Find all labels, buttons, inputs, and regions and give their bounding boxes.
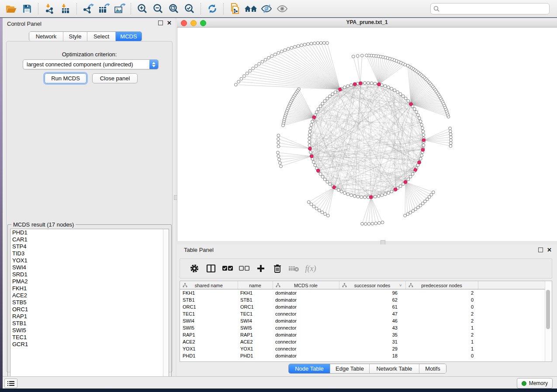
- horizontal-splitter[interactable]: [177, 241, 557, 244]
- zoom-in-button[interactable]: [135, 2, 150, 16]
- table-row[interactable]: ORC1ORC1dominator610: [180, 303, 546, 310]
- export-table-button[interactable]: [96, 2, 112, 16]
- mcds-result-item[interactable]: CAR1: [10, 236, 169, 243]
- table-row[interactable]: SWI4SWI4dominator462: [180, 317, 546, 324]
- mcds-result-item[interactable]: PMA2: [10, 278, 169, 285]
- mcds-result-item[interactable]: STB5: [10, 299, 169, 306]
- table-scrollbar[interactable]: [545, 281, 552, 361]
- table-row[interactable]: TEC1TEC1connector472: [180, 310, 546, 317]
- dominator-node[interactable]: [422, 138, 426, 142]
- dominator-node[interactable]: [312, 116, 316, 119]
- hide-selected-button[interactable]: [259, 2, 274, 16]
- result-scrollbar[interactable]: [163, 229, 169, 385]
- mcds-result-item[interactable]: STB1: [10, 320, 169, 327]
- mcds-result-item[interactable]: SRD1: [10, 271, 169, 278]
- dominator-node[interactable]: [394, 188, 398, 191]
- run-mcds-button[interactable]: Run MCDS: [45, 73, 86, 83]
- show-all-button[interactable]: [274, 2, 290, 16]
- column-header-predecessor-nodes[interactable]: predecessor nodes: [405, 281, 478, 289]
- dominator-node[interactable]: [418, 161, 421, 164]
- table-close-button[interactable]: ✕: [547, 248, 552, 252]
- tab-network-table[interactable]: Network Table: [369, 364, 419, 373]
- mcds-result-item[interactable]: STP4: [10, 243, 169, 250]
- mcds-result-item[interactable]: TID3: [10, 250, 169, 257]
- dominator-node[interactable]: [409, 103, 413, 106]
- dominator-node[interactable]: [308, 147, 312, 151]
- close-panel-button[interactable]: Close panel: [92, 73, 138, 83]
- column-header-shared-name[interactable]: shared name: [180, 281, 238, 289]
- column-header-successor-nodes[interactable]: successor nodes˅: [339, 281, 405, 289]
- close-panel-icon-button[interactable]: ✕: [167, 21, 172, 25]
- mcds-result-item[interactable]: YOX1: [10, 257, 169, 264]
- network-window-titlebar[interactable]: YPA_prune.txt_1: [177, 18, 557, 28]
- float-panel-button[interactable]: [158, 21, 163, 25]
- delete-column-button[interactable]: [269, 261, 286, 276]
- column-header-MCDS-role[interactable]: MCDS role: [273, 281, 339, 289]
- mcds-result-item[interactable]: TEC1: [10, 334, 169, 341]
- mcds-result-item[interactable]: SWI4: [10, 264, 169, 271]
- tab-edge-table[interactable]: Edge Table: [330, 364, 369, 373]
- zoom-fit-button[interactable]: [166, 2, 182, 16]
- search-input[interactable]: [441, 5, 547, 12]
- criterion-dropdown[interactable]: largest connected component (undirected): [23, 59, 159, 69]
- dominator-node[interactable]: [316, 169, 320, 172]
- mcds-result-item[interactable]: GCR1: [10, 341, 169, 348]
- network-canvas[interactable]: [177, 28, 557, 241]
- table-row[interactable]: PHD1PHD1dominator180: [180, 352, 546, 359]
- table-scrollbar-thumb[interactable]: [546, 290, 550, 329]
- dominator-node[interactable]: [359, 82, 362, 85]
- export-network-button[interactable]: [80, 2, 96, 16]
- window-maximize-icon[interactable]: [200, 20, 206, 26]
- task-history-button[interactable]: [4, 378, 17, 388]
- toggle-columns-button[interactable]: [203, 261, 219, 276]
- import-network-button[interactable]: [42, 2, 58, 16]
- dominator-node[interactable]: [404, 180, 407, 184]
- network-view[interactable]: [177, 28, 557, 241]
- mcds-result-item[interactable]: FKH1: [10, 285, 169, 292]
- tab-select[interactable]: Select: [87, 32, 115, 41]
- mcds-result-item[interactable]: SWI5: [10, 327, 169, 334]
- select-all-button[interactable]: [219, 261, 236, 276]
- dominator-node[interactable]: [353, 83, 357, 86]
- mcds-result-item[interactable]: ORC1: [10, 306, 169, 313]
- dominator-node[interactable]: [377, 83, 381, 86]
- window-minimize-icon[interactable]: [190, 20, 197, 26]
- zoom-out-button[interactable]: [150, 2, 166, 16]
- refresh-layout-button[interactable]: [204, 2, 220, 16]
- open-session-button[interactable]: [3, 2, 19, 16]
- table-float-button[interactable]: [538, 248, 543, 252]
- column-header-name[interactable]: name: [238, 281, 273, 289]
- tab-style[interactable]: Style: [63, 32, 87, 41]
- tab-network[interactable]: Network: [29, 32, 63, 41]
- table-row[interactable]: STB1STB1dominator620: [180, 296, 546, 303]
- dominator-node[interactable]: [414, 168, 417, 172]
- dominator-node[interactable]: [339, 88, 342, 91]
- tab-node-table[interactable]: Node Table: [289, 364, 330, 373]
- save-session-button[interactable]: [19, 2, 35, 16]
- mcds-result-item[interactable]: PHD1: [10, 229, 169, 236]
- mcds-result-item[interactable]: RAP1: [10, 313, 169, 320]
- table-settings-button[interactable]: [186, 261, 203, 276]
- table-row[interactable]: RAP1RAP1dominator352: [180, 331, 546, 338]
- deselect-all-button[interactable]: [236, 261, 253, 276]
- dominator-node[interactable]: [369, 196, 373, 199]
- tab-motifs[interactable]: Motifs: [419, 364, 446, 373]
- dominator-node[interactable]: [310, 155, 314, 158]
- table-row[interactable]: YOX1YOX1connector291: [180, 345, 546, 352]
- function-builder-button[interactable]: f(x): [302, 261, 319, 276]
- delete-table-button[interactable]: [286, 261, 302, 276]
- window-close-icon[interactable]: [181, 20, 187, 26]
- table-row[interactable]: FKH1FKH1dominator962: [180, 289, 546, 297]
- zoom-selected-button[interactable]: [182, 2, 197, 16]
- first-neighbors-button[interactable]: [243, 2, 259, 16]
- memory-button[interactable]: Memory: [517, 378, 553, 389]
- mcds-result-item[interactable]: ACE2: [10, 292, 169, 299]
- clone-network-button[interactable]: [227, 2, 243, 16]
- dominator-node[interactable]: [421, 148, 425, 152]
- table-row[interactable]: SWI5SWI5connector431: [180, 324, 546, 331]
- tab-mcds[interactable]: MCDS: [115, 32, 142, 41]
- add-column-button[interactable]: [253, 261, 269, 276]
- mcds-result-list[interactable]: PHD1CAR1STP4TID3YOX1SWI4SRD1PMA2FKH1ACE2…: [10, 229, 169, 385]
- dominator-node[interactable]: [332, 186, 336, 189]
- table-row[interactable]: ACE2ACE2connector311: [180, 338, 546, 345]
